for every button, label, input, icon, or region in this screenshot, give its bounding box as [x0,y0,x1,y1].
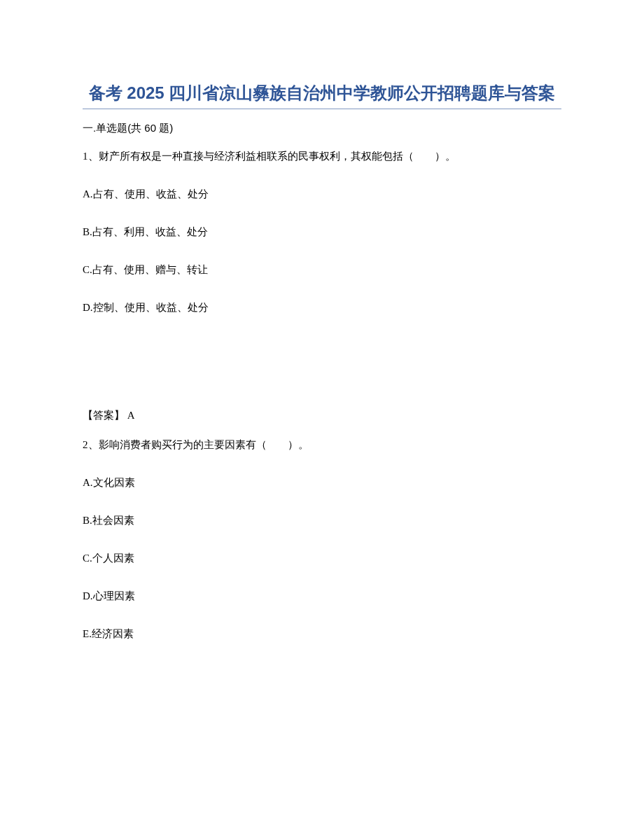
question-1-text: 1、财产所有权是一种直接与经济利益相联系的民事权利，其权能包括（ ）。 [83,148,561,165]
question-2-option-a: A.文化因素 [83,474,561,491]
question-1-option-d: D.控制、使用、收益、处分 [83,299,561,316]
question-2-option-b: B.社会因素 [83,512,561,529]
title-divider [83,109,561,109]
section-header: 一.单选题(共 60 题) [83,122,561,135]
question-1-option-a: A.占有、使用、收益、处分 [83,186,561,202]
document-title: 备考 2025 四川省凉山彝族自治州中学教师公开招聘题库与答案 [83,81,561,106]
question-2-text: 2、影响消费者购买行为的主要因素有（ ）。 [83,436,561,453]
question-1-answer: 【答案】 A [83,407,561,424]
question-1-option-c: C.占有、使用、赠与、转让 [83,261,561,278]
question-2-option-d: D.心理因素 [83,588,561,604]
question-1-option-b: B.占有、利用、收益、处分 [83,223,561,240]
question-2-option-c: C.个人因素 [83,550,561,567]
question-2-option-e: E.经济因素 [83,625,561,642]
